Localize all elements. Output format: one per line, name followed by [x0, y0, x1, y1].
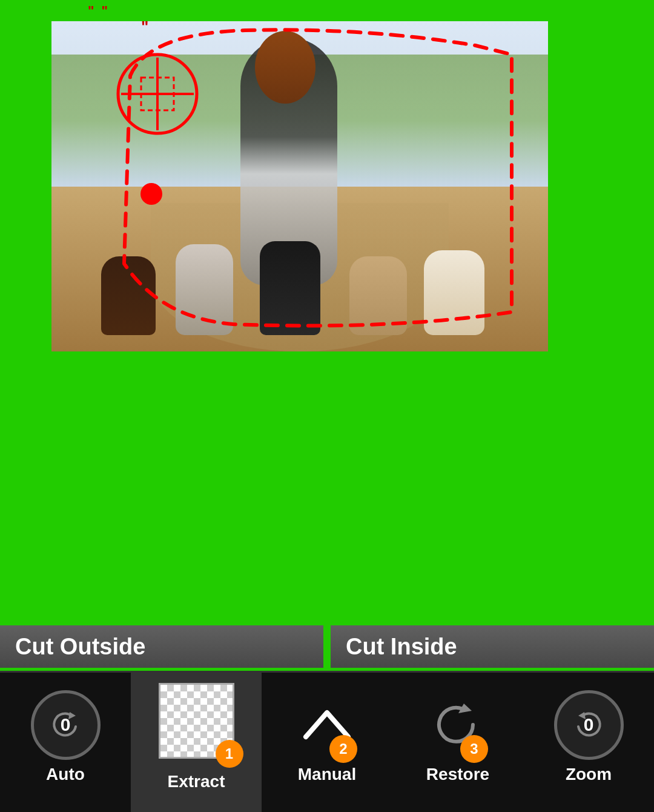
cut-inside-button[interactable]: Cut Inside	[331, 625, 654, 668]
tool-extract[interactable]: 1 Extract	[131, 673, 262, 812]
tool-auto[interactable]: 0 Auto	[0, 673, 131, 812]
dog-3	[260, 241, 320, 335]
tool-manual-label: Manual	[298, 765, 356, 784]
rotate-left-dial[interactable]: 0	[31, 690, 101, 760]
cut-outside-button[interactable]: Cut Outside	[0, 625, 323, 668]
measure-marks: " "	[88, 3, 110, 19]
manual-badge: 2	[329, 735, 357, 763]
rotate-right-dial[interactable]: 0	[554, 690, 624, 760]
cut-inside-label: Cut Inside	[346, 634, 457, 660]
dog-2	[176, 244, 233, 335]
restore-badge: 3	[460, 735, 488, 763]
extract-thumbnail: 1	[159, 683, 234, 759]
dog-1	[101, 256, 156, 335]
tool-zoom[interactable]: 0 Zoom	[523, 673, 654, 812]
green-gap	[0, 353, 654, 583]
photo-scene: "	[51, 21, 548, 351]
tool-manual[interactable]: 2 Manual	[262, 673, 392, 812]
tool-extract-label: Extract	[168, 772, 225, 791]
cut-outside-label: Cut Outside	[15, 634, 145, 660]
zoom-value: 0	[584, 714, 594, 735]
tool-restore-label: Restore	[426, 765, 489, 784]
photo-container: "	[51, 21, 548, 351]
manual-icon-wrap: 2	[300, 690, 354, 760]
tool-zoom-label: Zoom	[566, 765, 612, 784]
toolbar: 0 Auto 1 Extract 2 Manual	[0, 671, 654, 812]
tool-restore[interactable]: 3 Restore	[392, 673, 523, 812]
extract-badge: 1	[216, 740, 243, 768]
woman-head	[255, 31, 315, 104]
dog-4	[349, 256, 407, 335]
restore-icon-wrap: 3	[431, 690, 485, 760]
cut-buttons-row: Cut Outside Cut Inside	[0, 625, 654, 671]
auto-value: 0	[61, 714, 71, 735]
dog-5	[424, 250, 484, 335]
tool-auto-label: Auto	[46, 765, 85, 784]
